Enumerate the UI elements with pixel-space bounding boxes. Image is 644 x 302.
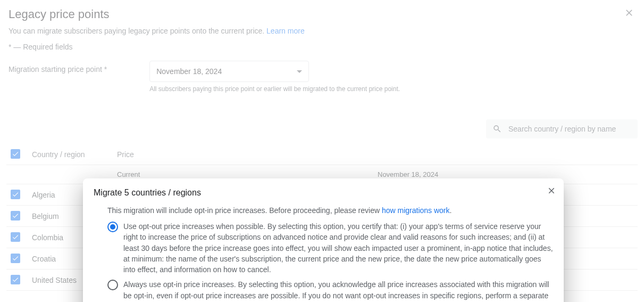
opt-out-radio[interactable] — [107, 222, 118, 232]
modal-intro-text: This migration will include opt-in price… — [107, 206, 382, 215]
close-icon[interactable] — [547, 186, 556, 195]
modal-intro: This migration will include opt-in price… — [94, 206, 553, 215]
modal-title: Migrate 5 countries / regions — [94, 188, 553, 198]
how-migrations-work-link[interactable]: how migrations work — [382, 206, 450, 215]
opt-in-label: Always use opt-in price increases. By se… — [123, 279, 553, 302]
opt-in-radio[interactable] — [107, 280, 118, 290]
opt-out-label: Use opt-out price increases when possibl… — [123, 221, 553, 275]
migrate-modal: Migrate 5 countries / regions This migra… — [83, 178, 564, 302]
modal-intro-period: . — [450, 206, 452, 215]
